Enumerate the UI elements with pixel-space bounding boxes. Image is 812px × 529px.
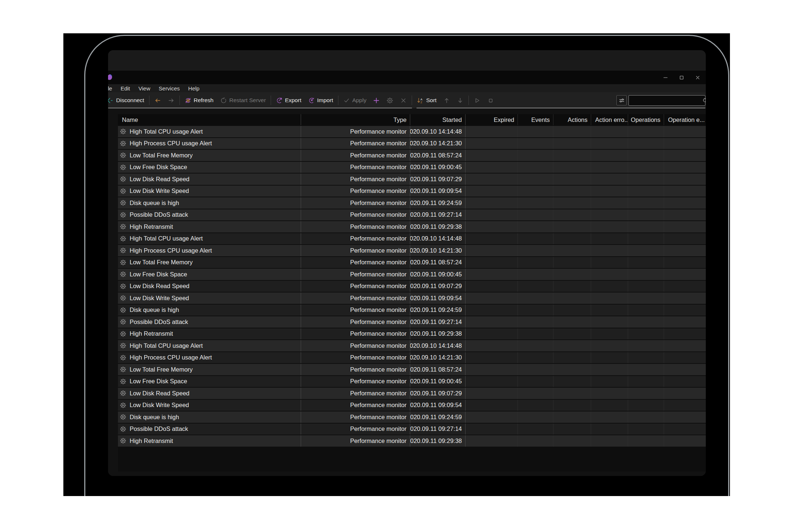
column-header-expired[interactable]: Expired [466, 114, 518, 125]
cell-actions [553, 435, 591, 447]
table-row[interactable]: High Process CPU usage AlertPerformance … [118, 138, 706, 149]
disconnect-icon [108, 97, 114, 104]
table-row[interactable]: Low Free Disk SpacePerformance monitor20… [118, 162, 706, 173]
cell-events [518, 138, 553, 149]
cell-action_errors [591, 269, 628, 280]
table-row[interactable]: Low Disk Write SpeedPerformance monitor2… [118, 293, 706, 304]
run-button[interactable] [470, 95, 484, 106]
table-row[interactable]: High Process CPU usage AlertPerformance … [118, 352, 706, 364]
import-button[interactable]: Import [305, 95, 337, 106]
add-button[interactable] [370, 95, 383, 106]
minimize-button[interactable] [657, 72, 674, 83]
filter-settings-button[interactable] [616, 95, 627, 105]
cell-name: Possible DDoS attack [118, 316, 301, 328]
cell-events [518, 197, 553, 209]
cell-type: Performance monitor [301, 305, 410, 316]
export-button[interactable]: Export [272, 95, 305, 106]
cell-actions [553, 269, 591, 280]
cell-operation_errors [664, 316, 706, 328]
cell-type: Performance monitor [301, 316, 410, 328]
cell-started: 2020.09.10 14:14:48 [410, 233, 466, 245]
table-row[interactable]: Possible DDoS attackPerformance monitor2… [118, 316, 706, 328]
menu-item-view[interactable]: View [138, 85, 150, 92]
cell-events [518, 281, 553, 292]
table-row[interactable]: Low Free Disk SpacePerformance monitor20… [118, 269, 706, 280]
toolbar: DisconnectRefreshRestart ServerExportImp… [108, 92, 706, 108]
table-body: High Total CPU usage AlertPerformance mo… [118, 126, 706, 447]
table-row[interactable]: Possible DDoS attackPerformance monitor2… [118, 424, 706, 435]
table-row[interactable]: Low Total Free MemoryPerformance monitor… [118, 257, 706, 268]
plus-icon [373, 97, 380, 104]
cell-events [518, 352, 553, 364]
back-button[interactable] [151, 95, 164, 106]
column-header-events[interactable]: Events [518, 114, 553, 125]
table-row[interactable]: High Process CPU usage AlertPerformance … [118, 245, 706, 256]
table-row[interactable]: Low Disk Read SpeedPerformance monitor20… [118, 388, 706, 399]
table-row[interactable]: Low Disk Read SpeedPerformance monitor20… [118, 281, 706, 292]
sort-button[interactable]: AZSort [414, 95, 440, 106]
menu-item-services[interactable]: Services [159, 85, 180, 92]
table-row[interactable]: High Total CPU usage AlertPerformance mo… [118, 233, 706, 245]
restart-server-button[interactable]: Restart Server [217, 95, 269, 106]
cell-operation_errors [664, 424, 706, 435]
column-header-actions[interactable]: Actions [553, 114, 591, 125]
column-header-operations[interactable]: Operations [628, 114, 664, 125]
table-row[interactable]: Low Total Free MemoryPerformance monitor… [118, 364, 706, 375]
move-down-button[interactable] [453, 95, 467, 106]
menu-item-edit[interactable]: Edit [120, 85, 130, 92]
cell-operation_errors [664, 411, 706, 423]
task-gear-icon [120, 342, 126, 349]
cell-started: 2020.09.11 08:57:24 [410, 150, 466, 161]
cell-name: Possible DDoS attack [118, 424, 301, 435]
column-header-name[interactable]: Name [118, 114, 301, 125]
search-input[interactable] [629, 95, 705, 106]
table-row[interactable]: High RetransmitPerformance monitor2020.0… [118, 328, 706, 340]
table-row[interactable]: High Total CPU usage AlertPerformance mo… [118, 340, 706, 351]
stop-button[interactable] [484, 95, 497, 106]
column-header-action_errors[interactable]: Action erro... [591, 114, 628, 125]
table-row[interactable]: High RetransmitPerformance monitor2020.0… [118, 221, 706, 232]
table-row[interactable]: Low Disk Write SpeedPerformance monitor2… [118, 186, 706, 197]
cell-events [518, 257, 553, 268]
cell-name: High Retransmit [118, 435, 301, 447]
sort-az-icon: AZ [417, 97, 424, 104]
cell-actions [553, 186, 591, 197]
remove-button[interactable] [397, 95, 410, 106]
column-header-type[interactable]: Type [301, 114, 410, 125]
menu-item-help[interactable]: Help [188, 85, 200, 92]
table-row[interactable]: Disk queue is highPerformance monitor202… [118, 305, 706, 316]
settings-button[interactable] [383, 95, 397, 106]
table-row[interactable]: Low Disk Read SpeedPerformance monitor20… [118, 174, 706, 185]
table-row[interactable]: Disk queue is highPerformance monitor202… [118, 197, 706, 209]
cell-action_errors [591, 411, 628, 423]
refresh-button[interactable]: Refresh [181, 95, 217, 106]
table-row[interactable]: Disk queue is highPerformance monitor202… [118, 411, 706, 423]
table-row[interactable]: Low Total Free MemoryPerformance monitor… [118, 150, 706, 161]
table-row[interactable]: Low Free Disk SpacePerformance monitor20… [118, 376, 706, 387]
cell-operations [628, 352, 664, 364]
column-header-operation_errors[interactable]: Operation e... [664, 114, 706, 125]
cell-type: Performance monitor [301, 245, 410, 256]
forward-button[interactable] [164, 95, 178, 106]
column-header-started[interactable]: Started [410, 114, 466, 125]
disconnect-button[interactable]: Disconnect [108, 95, 148, 106]
maximize-button[interactable] [674, 72, 690, 83]
cell-actions [553, 209, 591, 221]
cell-operations [628, 328, 664, 340]
move-up-button[interactable] [440, 95, 453, 106]
table-row[interactable]: Low Disk Write SpeedPerformance monitor2… [118, 400, 706, 411]
arrow-down-icon [457, 97, 464, 104]
cell-operations [628, 281, 664, 292]
task-gear-icon [120, 307, 126, 313]
cell-action_errors [591, 150, 628, 161]
table-row[interactable]: Possible DDoS attackPerformance monitor2… [118, 209, 706, 221]
cell-expired [466, 233, 518, 245]
cell-operations [628, 174, 664, 185]
cell-name: Low Total Free Memory [118, 364, 301, 375]
close-button[interactable] [690, 72, 706, 83]
apply-button[interactable]: Apply [340, 95, 370, 106]
menu-item-file[interactable]: File [108, 85, 112, 92]
table-row[interactable]: High RetransmitPerformance monitor2020.0… [118, 435, 706, 447]
cell-expired [466, 424, 518, 435]
table-row[interactable]: High Total CPU usage AlertPerformance mo… [118, 126, 706, 137]
